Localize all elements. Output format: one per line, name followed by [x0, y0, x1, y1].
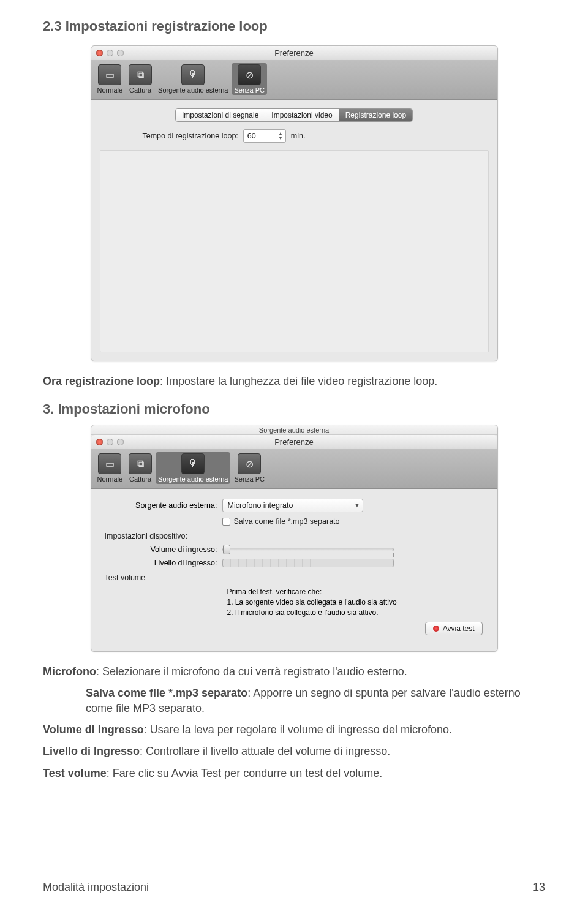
heading-mic: 3. Impostazioni microfono	[43, 401, 545, 417]
tab-video[interactable]: Impostazioni video	[265, 109, 339, 121]
toolbar-label: Normale	[97, 86, 123, 94]
test-volume-label: Test volume	[100, 573, 222, 582]
no-pc-icon: ⊘	[238, 453, 261, 474]
para-testvol-bold: Test volume	[43, 767, 107, 779]
window-title: Preferenze	[96, 437, 492, 447]
preferences-window-2: Sorgente audio esterna Preferenze ▭ Norm…	[91, 425, 498, 651]
start-test-button[interactable]: Avvia test	[425, 622, 483, 635]
section-title: 2.3 Impostazioni registrazione loop	[43, 18, 545, 34]
toolbar-label: Sorgente audio esterna	[158, 475, 228, 483]
toolbar-item-normale[interactable]: ▭ Normale	[95, 452, 126, 484]
level-in-row: Livello di ingresso:	[100, 559, 489, 567]
volume-in-slider[interactable]	[222, 548, 394, 551]
toolbar-label: Cattura	[129, 86, 151, 94]
instr-2: 2. Il microfono sia collegato e l'audio …	[227, 608, 489, 618]
monitor-icon: ▭	[98, 64, 121, 85]
no-pc-icon: ⊘	[238, 64, 261, 85]
toolbar-label: Sorgente audio esterna	[158, 86, 228, 94]
footer: Modalità impostazioni 13	[43, 881, 545, 894]
device-settings-row: Impostazioni dispositivo:	[100, 532, 489, 540]
minimize-icon[interactable]	[107, 50, 113, 56]
toolbar: ▭ Normale ⧉ Cattura 🎙 Sorgente audio est…	[91, 450, 497, 489]
stepper-icon[interactable]: ▲▼	[277, 131, 284, 141]
tab-registrazione-loop[interactable]: Registrazione loop	[339, 109, 412, 121]
para-mp3-bold: Salva come file *.mp3 separato	[86, 687, 247, 699]
footer-page: 13	[533, 881, 545, 894]
para-lvlin-rest: : Controllare il livello attuale del vol…	[140, 745, 390, 757]
source-label: Sorgente audio esterna:	[100, 501, 222, 510]
para-mic-bold: Microfono	[43, 665, 96, 678]
para-mic-rest: : Selezionare il microfono da cui verrà …	[96, 665, 407, 678]
toolbar-item-senza-pc[interactable]: ⊘ Senza PC	[232, 452, 267, 484]
start-test-label: Avvia test	[443, 624, 475, 633]
minimize-icon[interactable]	[107, 439, 113, 445]
maximize-icon[interactable]	[117, 439, 124, 445]
toolbar-label: Senza PC	[234, 86, 265, 94]
capture-icon: ⧉	[129, 64, 152, 85]
volume-in-label: Volume di ingresso:	[100, 545, 222, 554]
source-value: Microfono integrato	[228, 501, 293, 510]
para-loop-rest: : Impostare la lunghezza dei file video …	[160, 375, 437, 387]
toolbar-item-senza-pc[interactable]: ⊘ Senza PC	[232, 63, 267, 95]
tab-row: Impostazioni di segnale Impostazioni vid…	[100, 108, 489, 122]
window-body: Sorgente audio esterna: Microfono integr…	[91, 489, 497, 651]
record-icon	[433, 626, 439, 632]
save-mp3-checkbox[interactable]	[222, 518, 230, 526]
para-testvol: Test volume: Fare clic su Avvia Test per…	[43, 766, 545, 781]
toolbar-label: Senza PC	[234, 475, 265, 483]
para-mic: Microfono: Selezionare il microfono da c…	[43, 664, 545, 679]
instr-1: 1. La sorgente video sia collegata e l'a…	[227, 597, 489, 608]
monitor-icon: ▭	[98, 453, 121, 474]
close-icon[interactable]	[96, 439, 103, 445]
microphone-icon: 🎙	[181, 64, 205, 85]
toolbar: ▭ Normale ⧉ Cattura 🎙 Sorgente audio est…	[91, 61, 497, 100]
save-mp3-row: Salva come file *.mp3 separato	[100, 517, 489, 526]
para-lvlin: Livello di Ingresso: Controllare il live…	[43, 744, 545, 759]
para-loop-bold: Ora registrazione loop	[43, 375, 160, 387]
window-title: Preferenze	[96, 48, 492, 58]
microphone-icon: 🎙	[181, 453, 205, 474]
instr-intro: Prima del test, verificare che:	[227, 587, 489, 597]
level-in-label: Livello di ingresso:	[100, 559, 222, 567]
loop-time-unit: min.	[291, 132, 306, 140]
empty-panel	[100, 150, 489, 352]
loop-time-input[interactable]: 60 ▲▼	[243, 129, 286, 143]
toolbar-item-cattura[interactable]: ⧉ Cattura	[126, 63, 154, 95]
toolbar-item-normale[interactable]: ▭ Normale	[95, 63, 126, 95]
toolbar-item-sorgente-audio[interactable]: 🎙 Sorgente audio esterna	[156, 452, 230, 484]
loop-time-row: Tempo di registrazione loop: 60 ▲▼ min.	[143, 129, 489, 143]
traffic-lights	[96, 50, 124, 56]
start-test-row: Avvia test	[100, 618, 489, 641]
para-testvol-rest: : Fare clic su Avvia Test per condurre u…	[107, 767, 383, 779]
toolbar-item-sorgente-audio[interactable]: 🎙 Sorgente audio esterna	[156, 63, 230, 95]
chevron-down-icon: ▼	[355, 502, 360, 508]
device-settings-label: Impostazioni dispositivo:	[100, 532, 222, 540]
tab-segnale[interactable]: Impostazioni di segnale	[176, 109, 265, 121]
sub-title: Sorgente audio esterna	[259, 426, 329, 434]
source-row: Sorgente audio esterna: Microfono integr…	[100, 499, 489, 512]
traffic-lights	[96, 439, 124, 445]
footer-left: Modalità impostazioni	[43, 881, 149, 894]
para-volin: Volume di Ingresso: Usare la leva per re…	[43, 722, 545, 738]
test-volume-row: Test volume	[100, 573, 489, 582]
save-mp3-label: Salva come file *.mp3 separato	[234, 517, 340, 526]
para-mp3: Salva come file *.mp3 separato: Apporre …	[86, 686, 545, 716]
close-icon[interactable]	[96, 50, 103, 56]
maximize-icon[interactable]	[117, 50, 124, 56]
slider-thumb[interactable]	[223, 545, 230, 554]
toolbar-label: Normale	[97, 475, 123, 483]
test-instructions: Prima del test, verificare che: 1. La so…	[227, 587, 489, 618]
para-volin-bold: Volume di Ingresso	[43, 724, 144, 736]
preferences-window-1: Preferenze ▭ Normale ⧉ Cattura 🎙 Sorgent…	[91, 45, 498, 361]
titlebar: Preferenze	[91, 435, 497, 450]
source-dropdown[interactable]: Microfono integrato ▼	[222, 499, 363, 512]
toolbar-item-cattura[interactable]: ⧉ Cattura	[126, 452, 154, 484]
loop-time-value: 60	[247, 132, 256, 140]
para-lvlin-bold: Livello di Ingresso	[43, 745, 140, 757]
volume-in-row: Volume di ingresso:	[100, 545, 489, 554]
level-in-meter	[222, 559, 394, 567]
capture-icon: ⧉	[129, 453, 152, 474]
tab-segment: Impostazioni di segnale Impostazioni vid…	[175, 108, 413, 122]
footer-divider	[43, 874, 545, 874]
sub-titlebar: Sorgente audio esterna	[91, 425, 497, 435]
